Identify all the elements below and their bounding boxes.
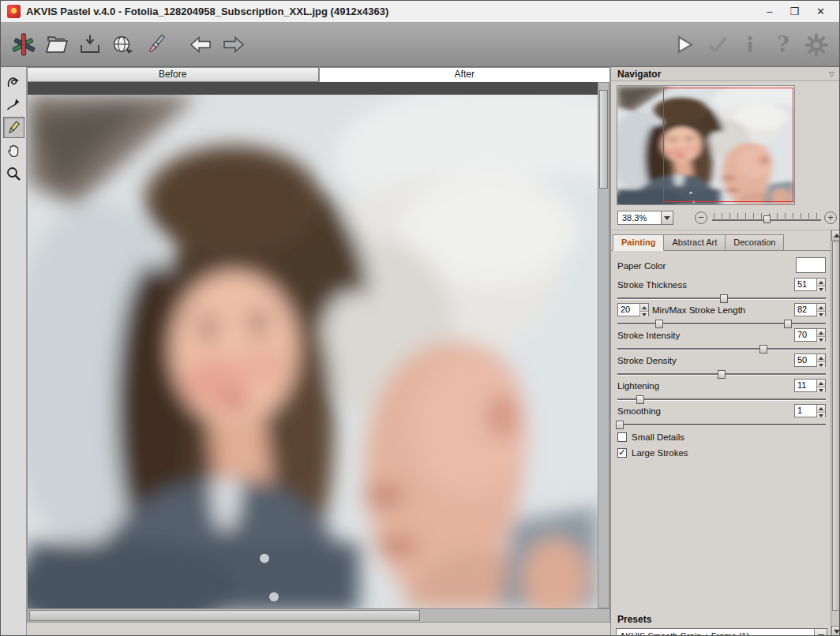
- collapse-navigator-icon[interactable]: [829, 70, 834, 78]
- share-web-button[interactable]: [107, 28, 140, 62]
- stroke-intensity-spinner[interactable]: [816, 329, 825, 341]
- stroke-density-spinner[interactable]: [816, 354, 825, 366]
- min-stroke-length-value: 20: [618, 304, 639, 316]
- canvas-vscroll-thumb[interactable]: [599, 90, 608, 189]
- tab-after[interactable]: After: [319, 67, 611, 82]
- slider-track: [617, 348, 826, 350]
- zoom-slider-handle[interactable]: [763, 215, 771, 223]
- stroke-thickness-slider[interactable]: [617, 294, 826, 303]
- min-stroke-length-handle[interactable]: [655, 320, 663, 328]
- zoom-controls: 38.3%: [611, 211, 840, 226]
- stroke-intensity-input[interactable]: 70: [794, 328, 826, 342]
- open-image-button[interactable]: [40, 28, 73, 62]
- lightening-spinner[interactable]: [816, 380, 825, 391]
- navigator-viewport-rect[interactable]: [663, 88, 793, 203]
- pencil-tool-button[interactable]: [3, 117, 24, 138]
- maximize-button[interactable]: ❒: [789, 4, 799, 20]
- run-button[interactable]: [667, 28, 700, 62]
- max-stroke-length-spinner[interactable]: [816, 304, 825, 316]
- smoothing-spinner[interactable]: [816, 405, 825, 417]
- akvis-pastel-logo-icon[interactable]: [7, 28, 40, 62]
- preset-selected-value: AKVIS Smooth Grain + Frame (1): [620, 631, 749, 636]
- stroke-direction-tool-button[interactable]: [3, 94, 24, 115]
- zoom-out-button[interactable]: [695, 211, 707, 224]
- stroke-density-slider-handle[interactable]: [718, 370, 726, 379]
- smoothing-input[interactable]: 1: [794, 404, 826, 417]
- preset-dropdown[interactable]: AKVIS Smooth Grain + Frame (1): [616, 628, 827, 636]
- navigator-title: Navigator: [617, 69, 661, 80]
- save-image-button[interactable]: [73, 28, 107, 62]
- image-preview[interactable]: [28, 82, 598, 608]
- apply-button[interactable]: [700, 28, 733, 62]
- min-max-stroke-length-slider[interactable]: [617, 319, 826, 328]
- tab-decoration[interactable]: Decoration: [726, 234, 784, 251]
- lightening-slider-handle[interactable]: [636, 395, 644, 404]
- stroke-thickness-spinner[interactable]: [816, 279, 825, 290]
- max-stroke-length-value: 82: [795, 304, 816, 316]
- smoothing-slider-handle[interactable]: [616, 421, 624, 429]
- paper-color-swatch[interactable]: [796, 257, 826, 273]
- panel-scrollbar-thumb[interactable]: [832, 241, 840, 611]
- large-strokes-checkbox-box[interactable]: [617, 448, 627, 458]
- canvas-vertical-scrollbar[interactable]: [598, 82, 609, 608]
- zoom-value-box[interactable]: 38.3%: [617, 211, 662, 225]
- stroke-thickness-input[interactable]: 51: [794, 278, 826, 291]
- zoom-tool-button[interactable]: [3, 163, 24, 184]
- tab-before[interactable]: Before: [27, 67, 319, 82]
- stroke-intensity-label: Stroke Intensity: [617, 331, 680, 340]
- redo-button[interactable]: [217, 28, 250, 62]
- stroke-thickness-label: Stroke Thickness: [617, 280, 687, 290]
- stroke-thickness-slider-handle[interactable]: [720, 294, 728, 303]
- large-strokes-label: Large Strokes: [632, 448, 688, 458]
- panel-scrollbar[interactable]: [831, 230, 840, 636]
- undo-button[interactable]: [184, 28, 217, 62]
- bottom-strip: [27, 623, 610, 636]
- zoom-slider[interactable]: [712, 212, 821, 223]
- smoothing-slider[interactable]: [617, 420, 826, 429]
- min-stroke-length-input[interactable]: 20: [617, 303, 649, 316]
- stroke-intensity-slider-handle[interactable]: [759, 345, 767, 354]
- canvas-horizontal-scrollbar[interactable]: [27, 608, 610, 623]
- before-after-tabs: Before After: [27, 67, 610, 82]
- max-stroke-length-handle[interactable]: [784, 320, 792, 328]
- min-max-stroke-length-label: Min/Max Stroke Length: [652, 303, 745, 317]
- preset-dropdown-button[interactable]: [814, 629, 827, 636]
- scroll-up-button[interactable]: [831, 230, 840, 241]
- zoom-dropdown-button[interactable]: [661, 211, 673, 225]
- small-details-checkbox[interactable]: Small Details: [617, 431, 684, 443]
- tab-abstract-art[interactable]: Abstract Art: [664, 234, 726, 251]
- lightening-slider[interactable]: [617, 395, 826, 404]
- hand-tool-button[interactable]: [3, 140, 24, 161]
- slider-track: [617, 323, 826, 325]
- hand-icon: [6, 143, 21, 159]
- small-details-checkbox-box[interactable]: [617, 432, 627, 442]
- lightening-input[interactable]: 11: [794, 379, 826, 392]
- canvas-area[interactable]: [27, 82, 610, 636]
- scroll-down-button[interactable]: [831, 626, 840, 636]
- window-controls: – ❒ ✕: [767, 4, 833, 20]
- info-button[interactable]: [733, 28, 767, 62]
- large-strokes-checkbox[interactable]: Large Strokes: [617, 447, 688, 459]
- paper-color-label: Paper Color: [617, 261, 666, 271]
- stroke-density-slider[interactable]: [617, 369, 826, 379]
- pastel-brush-button[interactable]: [140, 28, 173, 62]
- min-stroke-length-spinner[interactable]: [639, 304, 648, 316]
- preferences-button[interactable]: [800, 28, 833, 62]
- max-stroke-length-input[interactable]: 82: [794, 303, 826, 316]
- help-button[interactable]: [767, 28, 800, 62]
- stroke-intensity-slider[interactable]: [617, 344, 826, 354]
- zoom-value: 38.3%: [622, 213, 647, 223]
- tab-painting[interactable]: Painting: [613, 234, 664, 251]
- app-window: AKVIS Pastel v.4.0 - Fotolia_128204958_S…: [0, 0, 840, 636]
- effect-area-tool-button[interactable]: [3, 71, 24, 92]
- canvas-hscroll-thumb[interactable]: [29, 610, 420, 621]
- stroke-density-input[interactable]: 50: [794, 354, 826, 367]
- zoom-in-button[interactable]: [824, 211, 837, 224]
- pen-stroke-icon: [6, 97, 21, 113]
- stroke-thickness-value: 51: [795, 279, 816, 290]
- minimize-button[interactable]: –: [767, 4, 772, 20]
- navigator-thumbnail[interactable]: [617, 86, 794, 204]
- slider-track: [617, 424, 826, 426]
- close-button[interactable]: ✕: [816, 4, 825, 20]
- stroke-intensity-value: 70: [795, 329, 816, 341]
